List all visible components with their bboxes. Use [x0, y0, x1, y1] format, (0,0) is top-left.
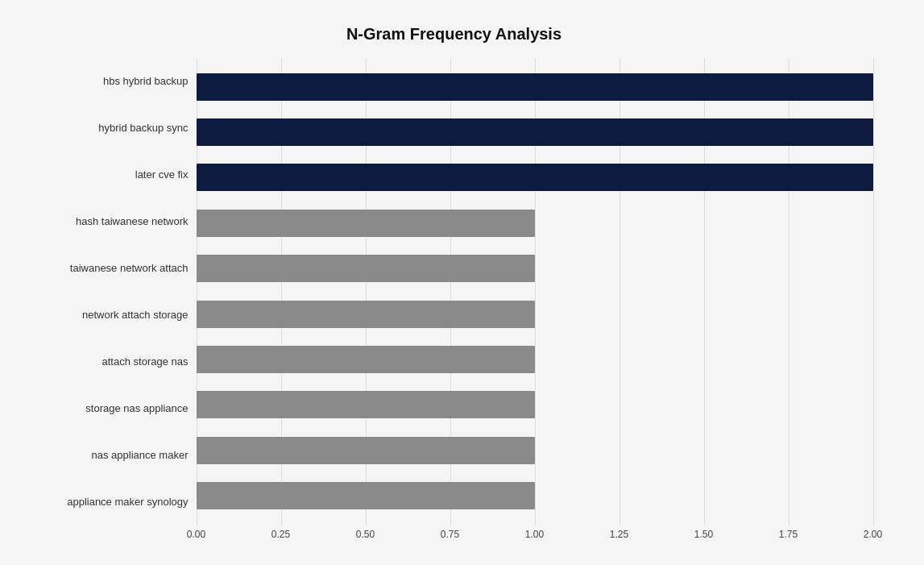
y-label: later cve fix	[135, 168, 189, 181]
bar	[197, 346, 535, 373]
bar-row	[197, 251, 873, 286]
bar-row	[197, 297, 873, 332]
bar-row	[197, 160, 873, 195]
bar-row	[197, 433, 873, 468]
y-label: network attach storage	[82, 309, 189, 322]
bar	[197, 210, 535, 237]
y-label: hbs hybrid backup	[103, 75, 189, 88]
y-label: appliance maker synology	[67, 496, 188, 509]
bar-row	[197, 206, 873, 241]
x-tick: 1.75	[779, 529, 798, 540]
x-tick: 1.50	[694, 529, 713, 540]
y-label: attach storage nas	[102, 355, 189, 368]
bar-row	[197, 387, 873, 422]
bar-row	[197, 478, 873, 513]
x-tick: 0.50	[356, 529, 375, 540]
bar	[197, 118, 873, 146]
bar-row	[197, 342, 873, 377]
bar	[197, 164, 873, 191]
x-tick: 2.00	[864, 529, 882, 540]
bar-row	[197, 69, 873, 105]
x-tick: 0.00	[187, 529, 205, 540]
y-labels: hbs hybrid backuphybrid backup synclater…	[35, 58, 197, 526]
x-tick: 1.25	[610, 529, 628, 540]
grid-and-bars	[197, 58, 873, 526]
y-label: hash taiwanese network	[76, 215, 188, 228]
chart-title: N-Gram Frequency Analysis	[35, 25, 873, 44]
bar	[197, 482, 535, 509]
bar	[197, 301, 535, 328]
bars-wrapper	[197, 58, 873, 526]
bars-section	[197, 58, 873, 526]
bar	[197, 437, 535, 464]
y-label: hybrid backup sync	[98, 122, 188, 135]
x-axis: 0.000.250.500.751.001.251.501.752.00	[197, 526, 873, 558]
x-tick: 1.00	[525, 529, 544, 540]
chart-container: N-Gram Frequency Analysis hbs hybrid bac…	[19, 9, 905, 557]
grid-line	[873, 58, 874, 526]
bar	[197, 255, 535, 282]
x-tick: 0.75	[441, 529, 459, 540]
bar-row	[197, 114, 873, 150]
y-label: nas appliance maker	[92, 449, 189, 462]
chart-area: hbs hybrid backuphybrid backup synclater…	[35, 58, 873, 526]
x-tick: 0.25	[271, 529, 290, 540]
y-label: storage nas appliance	[85, 402, 188, 415]
bar	[197, 391, 535, 418]
y-label: taiwanese network attach	[70, 262, 189, 275]
bar	[197, 73, 873, 101]
